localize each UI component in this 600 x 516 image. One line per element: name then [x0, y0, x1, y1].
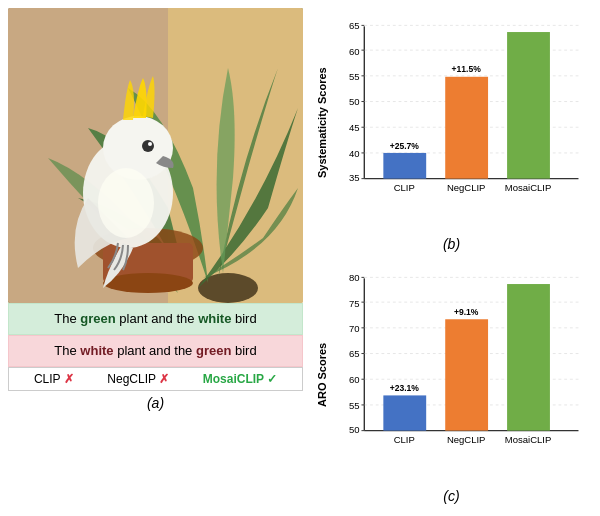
caption-red-end: bird	[231, 343, 256, 358]
svg-text:70: 70	[349, 323, 360, 334]
svg-text:55: 55	[349, 400, 360, 411]
chart-c-bar-clip	[383, 395, 426, 430]
svg-text:MosaiCLIP: MosaiCLIP	[505, 182, 551, 193]
chart-b-label: (b)	[315, 236, 588, 252]
mosaiclip-label: MosaiCLIP	[203, 372, 264, 386]
svg-point-5	[103, 273, 193, 293]
clip-model-item: CLIP ✗	[34, 372, 74, 386]
chart-b-inner: 35 40 45 50 55 60	[331, 12, 588, 234]
panel-a-label: (a)	[8, 395, 303, 411]
svg-text:65: 65	[349, 20, 360, 31]
caption-green-end: bird	[231, 311, 256, 326]
negclip-model-item: NegCLIP ✗	[107, 372, 169, 386]
svg-text:75: 75	[349, 298, 360, 309]
svg-text:+23.1%: +23.1%	[390, 383, 420, 393]
caption-red: The white plant and the green bird	[8, 335, 303, 367]
svg-text:80: 80	[349, 272, 360, 283]
svg-text:60: 60	[349, 46, 360, 57]
svg-point-8	[142, 140, 154, 152]
chart-b-y-label: Systematicity Scores	[315, 12, 329, 234]
chart-b-bar-clip	[383, 153, 426, 179]
svg-text:40: 40	[349, 148, 360, 159]
caption-red-mid: plant and the	[114, 343, 196, 358]
svg-text:+25.7%: +25.7%	[390, 141, 420, 151]
svg-text:45: 45	[349, 122, 360, 133]
svg-point-9	[148, 142, 152, 146]
caption-red-word2: green	[196, 343, 231, 358]
chart-c-container: ARO Scores 50 55 60	[311, 260, 592, 508]
svg-text:NegCLIP: NegCLIP	[447, 434, 486, 445]
chart-c-inner: 50 55 60 65 70 75	[331, 264, 588, 486]
svg-text:CLIP: CLIP	[394, 434, 415, 445]
svg-text:CLIP: CLIP	[394, 182, 415, 193]
chart-c-label: (c)	[315, 488, 588, 504]
caption-green-word2: white	[198, 311, 231, 326]
caption-green: The green plant and the white bird	[8, 303, 303, 335]
caption-red-pre: The	[54, 343, 80, 358]
mosaiclip-correct-icon: ✓	[267, 372, 277, 386]
svg-text:55: 55	[349, 71, 360, 82]
caption-green-mid: plant and the	[116, 311, 198, 326]
chart-c-bar-mosaiclip	[507, 284, 550, 431]
svg-text:65: 65	[349, 348, 360, 359]
mosaiclip-model-item: MosaiCLIP ✓	[203, 372, 277, 386]
svg-text:50: 50	[349, 424, 360, 435]
chart-b-svg: 35 40 45 50 55 60	[331, 12, 588, 212]
svg-text:MosaiCLIP: MosaiCLIP	[505, 434, 551, 445]
panel-a: The green plant and the white bird The w…	[8, 8, 303, 508]
svg-point-7	[103, 116, 173, 180]
negclip-label: NegCLIP	[107, 372, 156, 386]
bird-image	[8, 8, 303, 303]
svg-point-10	[98, 168, 154, 238]
caption-green-word1: green	[80, 311, 115, 326]
chart-b-container: Systematicity Scores 35 40	[311, 8, 592, 256]
chart-c-y-label: ARO Scores	[315, 264, 329, 486]
clip-wrong-icon: ✗	[64, 372, 74, 386]
chart-c-svg: 50 55 60 65 70 75	[331, 264, 588, 464]
svg-text:35: 35	[349, 172, 360, 183]
caption-red-word1: white	[80, 343, 113, 358]
model-row: CLIP ✗ NegCLIP ✗ MosaiCLIP ✓	[8, 367, 303, 391]
clip-label: CLIP	[34, 372, 61, 386]
caption-green-pre: The	[54, 311, 80, 326]
chart-b-bar-negclip	[445, 77, 488, 179]
svg-text:NegCLIP: NegCLIP	[447, 182, 486, 193]
main-container: The green plant and the white bird The w…	[0, 0, 600, 516]
chart-b-bar-mosaiclip	[507, 32, 550, 179]
negclip-wrong-icon: ✗	[159, 372, 169, 386]
svg-text:+11.5%: +11.5%	[452, 64, 482, 74]
svg-text:+9.1%: +9.1%	[454, 307, 479, 317]
panel-right: Systematicity Scores 35 40	[311, 8, 592, 508]
chart-c-bar-negclip	[445, 319, 488, 430]
svg-text:50: 50	[349, 96, 360, 107]
svg-text:60: 60	[349, 374, 360, 385]
